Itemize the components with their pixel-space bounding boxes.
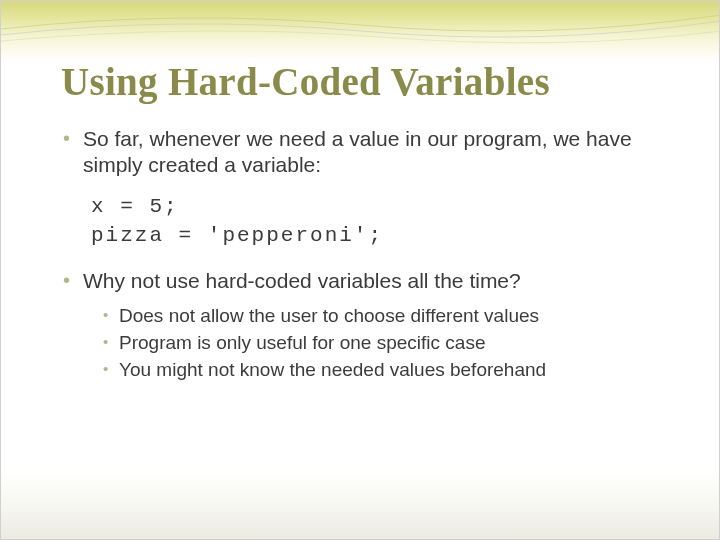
bullet-intro: So far, whenever we need a value in our …	[61, 126, 669, 177]
sub-bullet-reason: You might not know the needed values bef…	[101, 358, 669, 381]
slide: Using Hard-Coded Variables So far, whene…	[0, 0, 720, 540]
bullet-question: Why not use hard-coded variables all the…	[61, 268, 669, 381]
slide-body: So far, whenever we need a value in our …	[61, 126, 669, 381]
sub-bullet-reason: Program is only useful for one specific …	[101, 331, 669, 354]
slide-title: Using Hard-Coded Variables	[61, 59, 669, 104]
decorative-swoosh	[1, 1, 720, 56]
content-area: Using Hard-Coded Variables So far, whene…	[61, 59, 669, 397]
code-line-2: pizza = 'pepperoni';	[91, 224, 383, 247]
code-line-1: x = 5;	[91, 195, 179, 218]
sub-bullet-reason: Does not allow the user to choose differ…	[101, 304, 669, 327]
code-example: x = 5; pizza = 'pepperoni';	[91, 193, 669, 250]
bullet-question-text: Why not use hard-coded variables all the…	[83, 269, 521, 292]
